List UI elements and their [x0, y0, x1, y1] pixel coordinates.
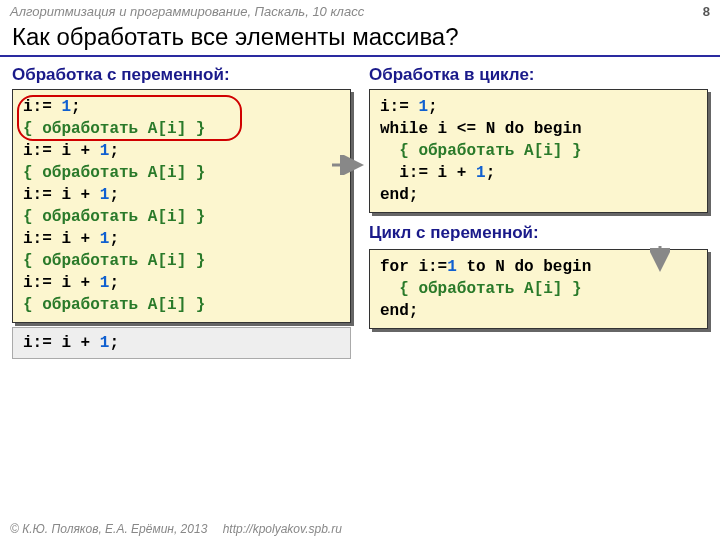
- footer-url: http://kpolyakov.spb.ru: [223, 522, 342, 536]
- page-title: Как обработать все элементы массива?: [0, 21, 720, 57]
- page-number: 8: [703, 4, 710, 19]
- right-codebox-1: i:= 1; while i <= N do begin { обработат…: [369, 89, 708, 213]
- arrow-right-icon: [330, 155, 366, 175]
- left-extra-line: i:= i + 1;: [12, 327, 351, 359]
- footer: © К.Ю. Поляков, Е.А. Ерёмин, 2013 http:/…: [10, 522, 342, 536]
- header-bar: Алгоритмизация и программирование, Паска…: [0, 0, 720, 21]
- content: Обработка с переменной: i:= 1; { обработ…: [0, 57, 720, 365]
- right-heading-2: Цикл с переменной:: [369, 223, 708, 243]
- copyright: © К.Ю. Поляков, Е.А. Ерёмин, 2013: [10, 522, 207, 536]
- left-column: Обработка с переменной: i:= 1; { обработ…: [12, 63, 351, 359]
- arrow-down-icon: [650, 244, 670, 274]
- right-column: Обработка в цикле: i:= 1; while i <= N d…: [369, 63, 708, 359]
- course-label: Алгоритмизация и программирование, Паска…: [10, 4, 364, 19]
- left-codebox: i:= 1; { обработать A[i] } i:= i + 1; { …: [12, 89, 351, 323]
- left-heading: Обработка с переменной:: [12, 65, 351, 85]
- right-heading-1: Обработка в цикле:: [369, 65, 708, 85]
